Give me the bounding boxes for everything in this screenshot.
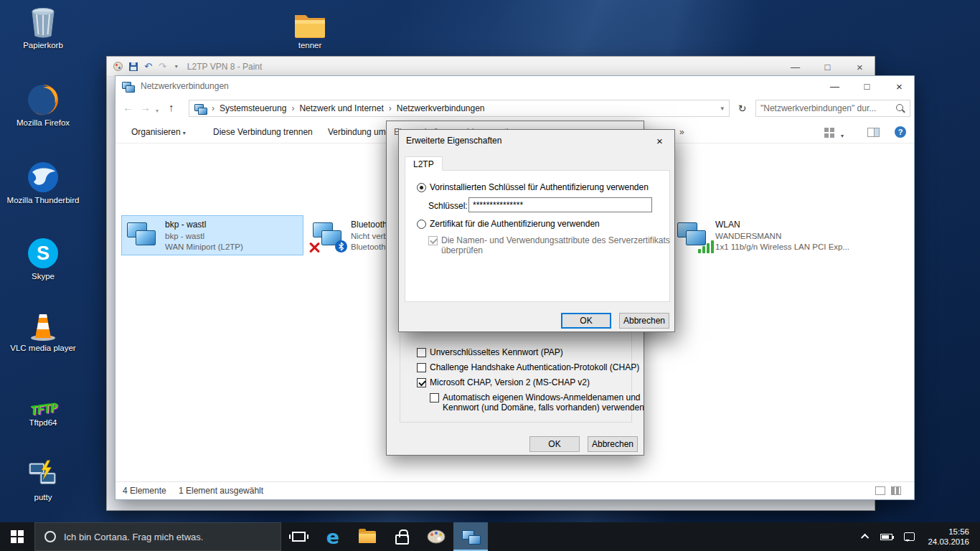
edge-button[interactable]: e: [316, 522, 350, 551]
checkbox-chap[interactable]: Challenge Handshake Authentication-Proto…: [417, 363, 639, 372]
breadcrumb-separator: ›: [290, 103, 296, 113]
help-button[interactable]: ?: [895, 126, 906, 138]
refresh-button[interactable]: ↻: [732, 100, 752, 117]
radio-certificate[interactable]: Zertifikat für die Authentifizierung ver…: [417, 220, 600, 229]
recycle-bin-icon: [27, 4, 59, 39]
connection-item-wlan[interactable]: WLAN WANDERSMANN 1x1 11b/g/n Wireless LA…: [672, 215, 912, 255]
organisieren-button[interactable]: Organisieren▾: [131, 127, 186, 137]
close-button[interactable]: ×: [883, 76, 915, 96]
start-button[interactable]: [0, 522, 34, 551]
search-box[interactable]: [755, 100, 910, 117]
location-icon: [194, 103, 207, 114]
undo-icon[interactable]: ↶: [144, 62, 152, 71]
desktop-icon-skype[interactable]: S Skype: [6, 235, 80, 281]
breadcrumb-item-netzwerkverbindungen[interactable]: Netzwerkverbindungen: [397, 103, 485, 113]
battery-tray-button[interactable]: [875, 522, 898, 551]
connection-device: 1x1 11b/g/n Wireless LAN PCI Exp...: [715, 242, 849, 252]
bluetooth-connection-icon: [312, 219, 345, 252]
ok-button[interactable]: OK: [529, 436, 580, 452]
connection-status: WANDERSMANN: [715, 231, 849, 241]
taskbar: Ich bin Cortana. Frag mich etwas. e 15:5…: [0, 522, 980, 551]
checkbox-pap[interactable]: Unverschlüsseltes Kennwort (PAP): [417, 348, 563, 357]
close-button[interactable]: ×: [844, 57, 876, 77]
command-overflow-icon[interactable]: »: [679, 127, 684, 137]
explorer-statusbar: 4 Elemente 1 Element ausgewählt: [116, 481, 914, 499]
file-explorer-button[interactable]: [350, 522, 385, 551]
paint-titlebar[interactable]: ↶ ↷ ▾ L2TP VPN 8 - Paint: [107, 57, 875, 77]
vpn-connection-icon: [126, 219, 159, 252]
checkbox-label-line2: überprüfen: [441, 246, 670, 255]
qat-dropdown-icon[interactable]: ▾: [175, 63, 178, 70]
desktop-icon-label: VLC media player: [10, 344, 75, 353]
desktop-icon-label: putty: [34, 493, 52, 502]
address-dropdown-icon[interactable]: ▾: [720, 105, 724, 112]
view-dropdown-icon[interactable]: ▾: [839, 130, 844, 140]
maximize-button[interactable]: □: [811, 57, 844, 77]
up-button[interactable]: ↑: [169, 102, 174, 113]
thunderbird-icon: [27, 159, 60, 194]
breadcrumb-item-netzwerk-und-internet[interactable]: Netzwerk und Internet: [299, 103, 383, 113]
desktop-icon-firefox[interactable]: Mozilla Firefox: [6, 82, 80, 128]
disconnect-button[interactable]: Diese Verbindung trennen: [213, 127, 313, 137]
network-connections-taskbar-button[interactable]: [453, 522, 488, 551]
tab-l2tp[interactable]: L2TP: [405, 156, 443, 171]
checkbox-box: [430, 393, 439, 402]
address-bar[interactable]: › Systemsteuerung › Netzwerk und Interne…: [189, 100, 730, 117]
connection-item-bkp-wastl[interactable]: bkp - wastl bkp - wastl WAN Miniport (L2…: [121, 215, 303, 255]
action-center-button[interactable]: [898, 522, 920, 551]
recent-pages-dropdown-icon[interactable]: ▾: [156, 105, 159, 117]
cancel-button[interactable]: Abbrechen: [588, 436, 638, 452]
desktop-icon-putty[interactable]: putty: [6, 456, 80, 502]
paint-app-icon[interactable]: [113, 62, 123, 71]
preshared-key-input[interactable]: [468, 197, 652, 212]
chevron-down-icon: ▾: [841, 133, 844, 139]
firefox-icon: [27, 82, 60, 116]
preview-pane-button[interactable]: [867, 128, 880, 137]
details-view-toggle[interactable]: [875, 486, 885, 495]
redo-icon[interactable]: ↷: [159, 62, 166, 71]
explorer-window-title: Netzwerkverbindungen: [141, 81, 229, 91]
checkbox-auto-credentials[interactable]: Automatisch eigenen Windows-Anmeldenamen…: [430, 393, 644, 413]
change-view-button[interactable]: [824, 128, 834, 138]
close-button[interactable]: ×: [644, 130, 676, 151]
forward-button[interactable]: →: [140, 102, 151, 113]
battery-icon: [880, 534, 892, 540]
desktop-icon-vlc[interactable]: VLC media player: [6, 307, 80, 353]
search-icon: [896, 104, 905, 113]
store-button[interactable]: [385, 522, 419, 551]
selection-count: 1 Element ausgewählt: [179, 486, 263, 496]
taskbar-clock[interactable]: 15:56 24.03.2016: [920, 527, 976, 547]
rename-connection-button[interactable]: Verbindung uml: [328, 127, 387, 137]
cancel-button[interactable]: Abbrechen: [619, 313, 669, 329]
desktop-icon-tftpd64[interactable]: TFTP Tftpd64: [6, 382, 80, 428]
desktop-icon-thunderbird[interactable]: Mozilla Thunderbird: [6, 159, 80, 205]
desktop-icon-label: tenner: [298, 41, 322, 50]
desktop-icon-papierkorb[interactable]: Papierkorb: [6, 4, 80, 50]
hidden-icons-button[interactable]: [857, 522, 875, 551]
checkbox-label-line2: Kennwort (und Domäne, falls vorhanden) v…: [443, 403, 644, 413]
vlc-icon: [27, 307, 60, 342]
ok-button[interactable]: OK: [561, 313, 611, 329]
paint-window-title: L2TP VPN 8 - Paint: [187, 62, 263, 72]
thumbnail-view-toggle[interactable]: [891, 486, 901, 495]
wlan-connection-icon: [677, 219, 710, 252]
desktop-icon-tenner[interactable]: tenner: [273, 4, 347, 50]
checkbox-verify-certificate[interactable]: Die Namen- und Verwendungsattribute des …: [428, 236, 670, 255]
signal-bars-icon: [698, 240, 714, 253]
cortana-search-box[interactable]: Ich bin Cortana. Frag mich etwas.: [34, 522, 281, 551]
maximize-button[interactable]: □: [851, 76, 883, 96]
task-view-button[interactable]: [281, 522, 316, 551]
minimize-button[interactable]: —: [779, 57, 811, 77]
paint-taskbar-button[interactable]: [419, 522, 453, 551]
checkbox-mschap2[interactable]: Microsoft CHAP, Version 2 (MS-CHAP v2): [417, 378, 590, 387]
minimize-button[interactable]: —: [819, 76, 851, 96]
radio-preshared-key[interactable]: Vorinstallierten Schlüssel für Authentif…: [417, 183, 649, 192]
breadcrumb-item-systemsteuerung[interactable]: Systemsteuerung: [220, 103, 286, 113]
save-icon[interactable]: [129, 62, 138, 71]
search-input[interactable]: [760, 103, 893, 113]
cortana-icon: [44, 531, 56, 542]
explorer-titlebar[interactable]: Netzwerkverbindungen: [116, 76, 914, 96]
radio-circle: [417, 183, 426, 192]
connection-name: WLAN: [715, 220, 849, 230]
back-button[interactable]: ←: [123, 102, 133, 113]
